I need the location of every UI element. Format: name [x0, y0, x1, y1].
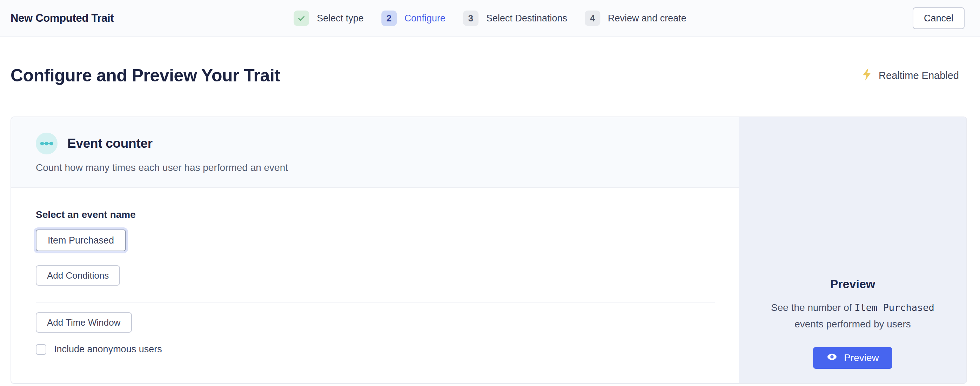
preview-description-suffix: events performed by users: [794, 319, 911, 330]
lightning-bolt-icon: [861, 67, 873, 84]
add-time-window-button[interactable]: Add Time Window: [36, 312, 132, 333]
trait-config-card: Event counter Count how many times each …: [11, 116, 967, 384]
event-counter-icon: [36, 132, 57, 155]
step-number-badge: 4: [585, 11, 600, 26]
step-select-type[interactable]: Select type: [294, 11, 364, 26]
realtime-label: Realtime Enabled: [879, 70, 959, 81]
step-label: Configure: [404, 13, 445, 24]
step-done-check-icon: [294, 11, 309, 26]
eye-icon: [826, 351, 838, 365]
step-number-badge: 2: [381, 11, 397, 26]
wizard-stepper: Select type 2 Configure 3 Select Destina…: [294, 0, 686, 37]
preview-heading: Preview: [830, 277, 875, 291]
step-label: Review and create: [608, 13, 686, 24]
add-conditions-button[interactable]: Add Conditions: [36, 265, 120, 286]
step-label: Select Destinations: [486, 13, 567, 24]
event-name-label: Select an event name: [36, 209, 715, 220]
trait-config-body: Select an event name Item Purchased Add …: [11, 188, 739, 355]
step-configure[interactable]: 2 Configure: [381, 11, 445, 26]
window-title: New Computed Trait: [11, 12, 114, 25]
preview-description-prefix: See the number of: [771, 302, 854, 313]
step-review-create[interactable]: 4 Review and create: [585, 11, 686, 26]
trait-type-title: Event counter: [67, 136, 153, 151]
preview-button-label: Preview: [844, 353, 879, 364]
trait-type-header: Event counter Count how many times each …: [11, 117, 739, 188]
anonymous-users-row: Include anonymous users: [36, 344, 715, 355]
realtime-status: Realtime Enabled: [861, 67, 959, 84]
include-anonymous-label: Include anonymous users: [54, 344, 162, 355]
page-title: Configure and Preview Your Trait: [11, 65, 280, 86]
trait-type-description: Count how many times each user has perfo…: [36, 162, 714, 173]
preview-description: See the number of Item Purchased events …: [763, 299, 942, 332]
step-label: Select type: [317, 13, 364, 24]
preview-button[interactable]: Preview: [813, 347, 892, 369]
preview-event-name: Item Purchased: [854, 302, 934, 313]
preview-panel: Preview See the number of Item Purchased…: [739, 117, 966, 383]
section-divider: [36, 302, 715, 303]
event-name-selector[interactable]: Item Purchased: [36, 230, 126, 251]
trait-config-main: Event counter Count how many times each …: [11, 117, 739, 383]
page-heading-row: Configure and Preview Your Trait Realtim…: [0, 65, 980, 86]
include-anonymous-checkbox[interactable]: [36, 344, 46, 355]
step-select-destinations[interactable]: 3 Select Destinations: [463, 11, 567, 26]
top-bar: New Computed Trait Select type 2 Configu…: [0, 0, 980, 37]
cancel-button[interactable]: Cancel: [913, 7, 964, 29]
step-number-badge: 3: [463, 11, 479, 26]
